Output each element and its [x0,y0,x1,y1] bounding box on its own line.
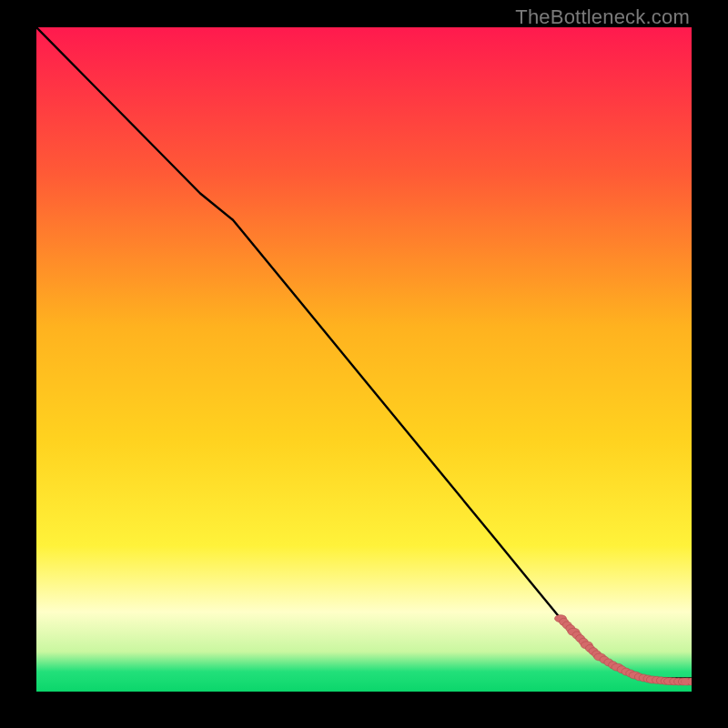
plot-svg [36,27,692,692]
plot-area [36,27,692,692]
chart-stage: TheBottleneck.com [0,0,728,728]
marker-dot [682,678,689,685]
watermark-text: TheBottleneck.com [515,5,690,29]
